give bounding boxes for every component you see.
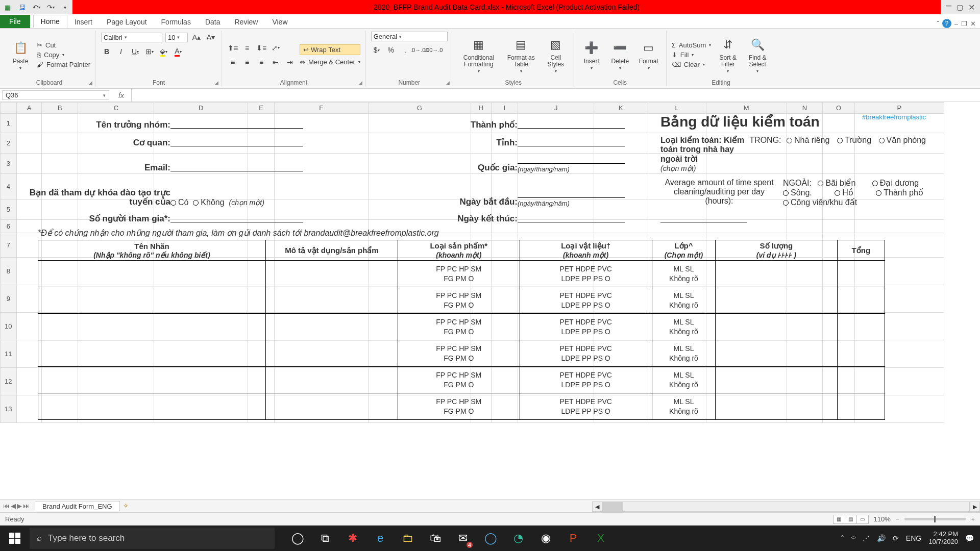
row-header-13[interactable]: 13 [1, 395, 17, 423]
sheet-nav-next-icon[interactable]: ▶ [17, 502, 22, 510]
bold-button[interactable]: B [101, 46, 112, 57]
option-lake[interactable]: Hồ [835, 188, 853, 197]
font-color-button[interactable]: A▾ [173, 46, 184, 57]
format-cells-button[interactable]: ▭Format▾ [636, 39, 661, 70]
sheet-nav-first-icon[interactable]: ⏮ [3, 502, 10, 510]
col-header-P[interactable]: P [854, 103, 944, 114]
cell-qty[interactable] [716, 393, 837, 420]
tab-file[interactable]: File [0, 15, 30, 28]
new-sheet-icon[interactable]: ✧ [123, 502, 129, 510]
row-header-1[interactable]: 1 [1, 114, 17, 133]
cell-total[interactable] [837, 340, 885, 367]
copy-button[interactable]: ⎘Copy▾ [37, 51, 90, 59]
font-name-select[interactable]: Calibri▾ [101, 33, 162, 42]
cell-layer[interactable]: ML SLKhông rõ [652, 314, 715, 340]
find-select-button[interactable]: 🔍Find & Select▾ [745, 36, 770, 73]
fill-button[interactable]: ⬇Fill▾ [672, 51, 712, 59]
cell-total[interactable] [837, 287, 885, 314]
mail-icon[interactable]: ✉4 [450, 525, 476, 551]
align-bottom-icon[interactable]: ⬇≡ [256, 42, 267, 54]
tab-home[interactable]: Home [33, 15, 67, 28]
col-header-G[interactable]: G [368, 103, 471, 114]
view-pagebreak-icon[interactable]: ▭ [856, 515, 869, 524]
formula-input[interactable] [132, 95, 980, 96]
col-header-O[interactable]: O [823, 103, 854, 114]
italic-button[interactable]: I [115, 46, 127, 57]
sheet-nav-last-icon[interactable]: ⏭ [23, 502, 30, 510]
qat-dropdown-icon[interactable]: ▾ [59, 2, 70, 13]
cell-brand[interactable] [38, 261, 266, 287]
format-painter-button[interactable]: 🖌Format Painter [37, 61, 90, 68]
option-yes[interactable]: Có [170, 198, 188, 207]
merge-center-button[interactable]: ⇔Merge & Center▾ [300, 58, 360, 66]
cortana2-icon[interactable]: ◯ [478, 525, 503, 551]
edge-icon[interactable]: ◔ [505, 525, 531, 551]
col-header-L[interactable]: L [648, 103, 706, 114]
option-city[interactable]: Thành phố [876, 188, 923, 197]
col-header-E[interactable]: E [248, 103, 275, 114]
notifications-icon[interactable]: 💬 [965, 534, 974, 542]
option-park[interactable]: Công viên/khu đất [783, 198, 857, 207]
minimize-icon[interactable]: – [946, 0, 951, 11]
cell-brand[interactable] [38, 314, 266, 340]
cell-styles-button[interactable]: ▧Cell Styles▾ [543, 36, 569, 73]
cell-desc[interactable] [265, 393, 398, 420]
window-close-icon[interactable]: ✕ [970, 20, 976, 28]
cell-prodtype[interactable]: FP PC HP SMFG PM O [398, 261, 520, 287]
col-header-F[interactable]: F [274, 103, 368, 114]
col-header-N[interactable]: N [787, 103, 823, 114]
row-header-5[interactable]: 5 [1, 199, 17, 220]
input-country[interactable] [518, 154, 625, 164]
cell-prodtype[interactable]: FP PC HP SMFG PM O [398, 393, 520, 420]
comma-format-icon[interactable]: , [400, 44, 411, 56]
sheet-tab-active[interactable]: Brand Audit Form_ENG [35, 501, 120, 511]
row-header-2[interactable]: 2 [1, 133, 17, 154]
decrease-font-icon[interactable]: A▾ [205, 32, 216, 43]
cell-qty[interactable] [716, 367, 837, 393]
select-all-corner[interactable] [1, 103, 17, 114]
number-format-select[interactable]: General▾ [371, 32, 448, 41]
font-size-select[interactable]: 10▾ [165, 33, 188, 42]
increase-decimal-icon[interactable]: .0→.00 [414, 44, 425, 56]
ie-icon[interactable]: e [368, 525, 393, 551]
worksheet-area[interactable]: ABCDEFGHIJKLMNOP 12345678910111213 Tên t… [0, 102, 980, 499]
cell-material[interactable]: PET HDPE PVCLDPE PP PS O [520, 340, 652, 367]
align-center-icon[interactable]: ≡ [241, 57, 253, 68]
col-header-B[interactable]: B [42, 103, 78, 114]
dialog-launcher-icon[interactable]: ◢ [89, 80, 92, 85]
conditional-formatting-button[interactable]: ▦Conditional Formatting▾ [458, 36, 499, 73]
cell-layer[interactable]: ML SLKhông rõ [652, 367, 715, 393]
option-ocean[interactable]: Đại dương [872, 179, 919, 187]
dialog-launcher-icon[interactable]: ◢ [359, 80, 362, 85]
undo-icon[interactable]: ↶▾ [31, 2, 42, 13]
cell-material[interactable]: PET HDPE PVCLDPE PP PS O [520, 393, 652, 420]
row-header-7[interactable]: 7 [1, 233, 17, 258]
name-box[interactable]: Q36▾ [2, 90, 109, 100]
option-home[interactable]: Nhà riêng [787, 136, 829, 144]
cut-button[interactable]: ✂Cut [37, 41, 90, 49]
row-header-11[interactable]: 11 [1, 340, 17, 368]
input-org[interactable] [170, 136, 303, 146]
app-icon[interactable]: ✱ [340, 525, 365, 551]
input-province[interactable] [518, 136, 625, 146]
cell-brand[interactable] [38, 393, 266, 420]
decrease-decimal-icon[interactable]: .00→.0 [428, 44, 439, 56]
option-beach[interactable]: Bãi biển [818, 179, 855, 187]
increase-indent-icon[interactable]: ⇥ [284, 57, 296, 68]
format-as-table-button[interactable]: ▤Format as Table▾ [503, 36, 539, 73]
tab-formulas[interactable]: Formulas [154, 16, 198, 28]
input-end-date[interactable] [518, 212, 625, 222]
taskbar-clock[interactable]: 2:42 PM 10/7/2020 [928, 531, 958, 546]
row-header-8[interactable]: 8 [1, 258, 17, 285]
increase-font-icon[interactable]: A▴ [191, 32, 202, 43]
cell-qty[interactable] [716, 287, 837, 314]
tab-insert[interactable]: Insert [67, 16, 100, 28]
align-left-icon[interactable]: ≡ [227, 57, 238, 68]
tab-review[interactable]: Review [228, 16, 265, 28]
sheet-nav-prev-icon[interactable]: ◀ [11, 502, 16, 510]
taskbar-search[interactable]: ⌕ Type here to search [30, 528, 275, 549]
fx-icon[interactable]: fx [111, 89, 132, 102]
cell-total[interactable] [837, 261, 885, 287]
input-start-date[interactable] [518, 188, 625, 198]
maximize-icon[interactable]: ▢ [957, 3, 963, 11]
